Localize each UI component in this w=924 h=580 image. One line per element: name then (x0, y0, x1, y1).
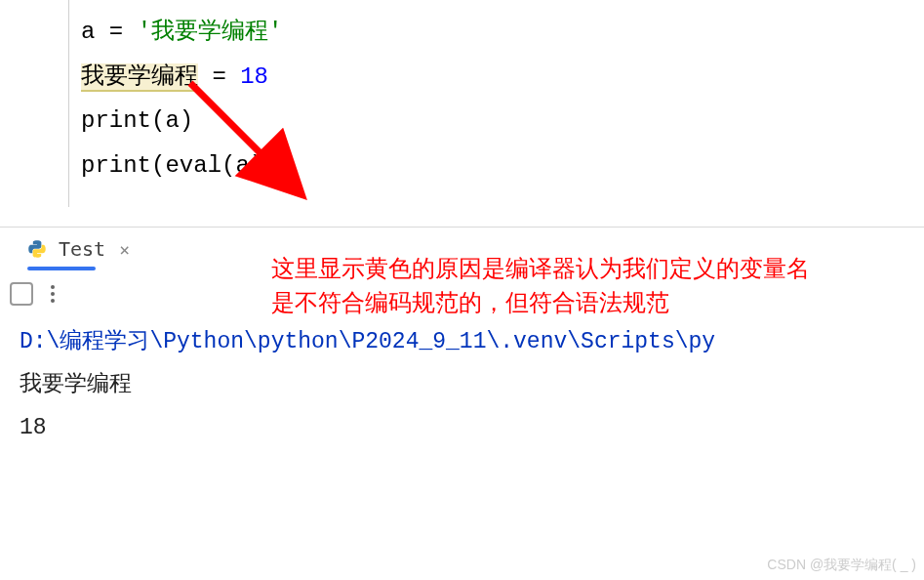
code-line-1[interactable]: a = '我要学编程' (81, 10, 924, 55)
arg-a: a (165, 107, 179, 134)
csdn-watermark: CSDN @我要学编程( _ ) (767, 557, 916, 574)
python-icon (27, 239, 47, 259)
string-literal: '我要学编程' (138, 19, 283, 45)
red-annotation-text: 这里显示黄色的原因是编译器认为我们定义的变量名是不符合编码规范的，但符合语法规范 (271, 252, 818, 320)
print-call: print (81, 152, 151, 179)
code-line-3[interactable]: print(a) (81, 99, 924, 144)
output-line-1: 我要学编程 (20, 364, 904, 407)
number-literal: 18 (240, 63, 268, 90)
code-editor[interactable]: a = '我要学编程' 我要学编程 = 18 print(a) print(ev… (68, 0, 924, 207)
arg-a: a (235, 152, 249, 179)
assign-op: = (95, 19, 137, 45)
output-line-2: 18 (20, 407, 904, 450)
print-call: print (81, 107, 151, 134)
interpreter-path: D:\编程学习\Python\python\P2024_9_11\.venv\S… (20, 321, 904, 364)
tab-close-icon[interactable]: × (119, 239, 130, 260)
highlighted-variable: 我要学编程 (81, 63, 198, 92)
code-line-2[interactable]: 我要学编程 = 18 (81, 55, 924, 100)
assign-op: = (198, 63, 240, 90)
eval-call: eval (165, 152, 221, 179)
tab-test-label[interactable]: Test (59, 237, 105, 261)
variable-a: a (81, 19, 95, 45)
stop-button[interactable] (10, 282, 33, 306)
code-line-4[interactable]: print(eval(a)) (81, 144, 924, 188)
more-actions-icon[interactable] (51, 285, 55, 303)
console-output[interactable]: D:\编程学习\Python\python\P2024_9_11\.venv\S… (0, 313, 924, 457)
